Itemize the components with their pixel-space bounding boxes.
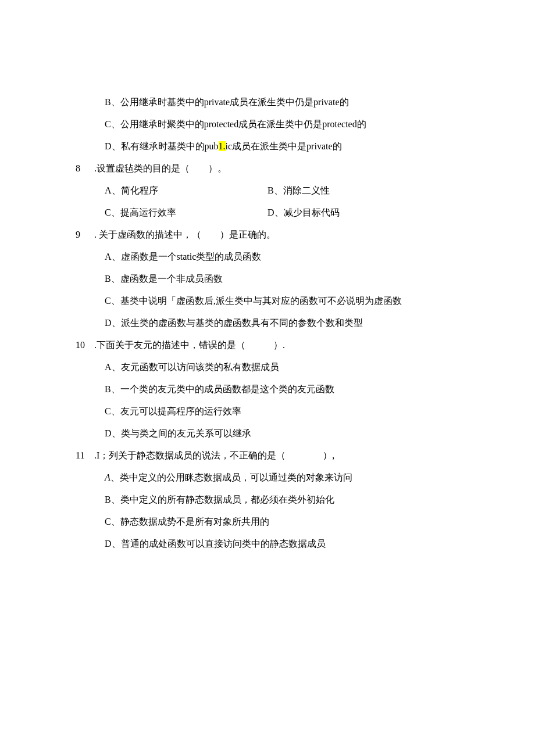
q11-option-c: C、静态数据成势不是所有对象所共用的 [105,515,459,529]
q9-option-a: A、虚函数是一个static类型的成员函数 [105,250,459,264]
q9-option-d: D、派生类的虚函数与基类的虚函数具有不同的参数个数和类型 [105,316,459,330]
prev-option-d: D、私有继承时基类中的pub1.ic成员在派生类中是private的 [105,139,459,153]
q9-number: 9 [76,228,92,242]
prev-option-b: B、公用继承时基类中的private成员在派生类中仍是private的 [105,95,459,109]
q10-option-a: A、友元函数可以访问该类的私有数据成员 [105,360,459,374]
q8-options-row1: A、简化程序 B、消除二义性 [105,184,459,198]
q10-option-d: D、类与类之间的友元关系可以继承 [105,427,459,440]
q9-stem: . 关于虚函数的描述中，（ ）是正确的。 [92,230,276,239]
q10-number: 10 [76,338,92,352]
q11-stem: .I；列关于静态数据成员的说法，不正确的是（ ）, [92,450,334,460]
prev-option-d-post: ic成员在派生类中是private的 [226,141,342,151]
q11-option-b: B、类中定义的所有静态数据成员，都必须在类外初始化 [105,493,459,507]
q10-option-b: B、一个类的友元类中的成员函数都是这个类的友元函数 [105,382,459,396]
q9-option-b: B、虚函数是一个非成员函数 [105,272,459,286]
q8-number: 8 [76,162,92,175]
q8-option-c: C、提高运行效率 [105,206,268,220]
highlight-text: 1. [219,141,226,151]
q11-option-a: A、类中定义的公用眯态数据成员，可以通过类的对象来访问 [105,471,459,485]
q9-option-c: C、基类中说明「虚函数后,派生类中与其对应的函数可不必说明为虚函数 [105,294,459,308]
q11-option-d: D、普通的成处函数可以直接访问类中的静态数据成员 [105,537,459,551]
question-8: 8 .设置虚毡类的目的是（ ）。 [76,162,459,175]
document-page: B、公用继承时基类中的private成员在派生类中仍是private的 C、公用… [0,0,535,756]
question-10: 10 .下面关于友元的描述中，错误的是（ ）. [76,338,459,352]
q11-number: 11 [76,449,92,463]
q8-stem: .设置虚毡类的目的是（ ）。 [92,163,227,173]
prev-option-c: C、公用继承时聚类中的protected成员在派生类中仍是protected的 [105,117,459,131]
q10-option-c: C、友元可以提高程序的运行效率 [105,404,459,418]
q8-option-d: D、减少目标代码 [268,206,459,220]
q8-options-row2: C、提高运行效率 D、减少目标代码 [105,206,459,220]
question-9: 9 . 关于虚函数的描述中，（ ）是正确的。 [76,228,459,242]
q10-stem: .下面关于友元的描述中，错误的是（ ）. [92,340,285,350]
q8-option-b: B、消除二义性 [268,184,459,198]
question-11: 11 .I；列关于静态数据成员的说法，不正确的是（ ）, [76,449,459,463]
q8-option-a: A、简化程序 [105,184,268,198]
prev-option-d-pre: D、私有继承时基类中的pub [105,141,219,151]
